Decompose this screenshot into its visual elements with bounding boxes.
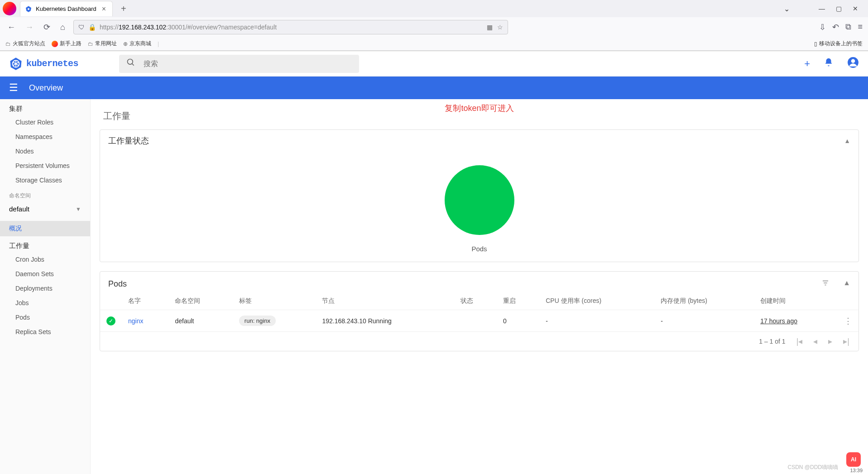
search-icon: [126, 58, 135, 69]
sidebar-section-workloads: 工作量: [0, 236, 90, 252]
sidebar-item-deployments[interactable]: Deployments: [0, 281, 90, 296]
sidebar-item-pods[interactable]: Pods: [0, 310, 90, 325]
firefox-icon[interactable]: [3, 2, 16, 15]
new-tab-button[interactable]: +: [117, 2, 130, 16]
collapse-icon[interactable]: ▲: [843, 279, 850, 289]
sidebar-item-replicasets[interactable]: Replica Sets: [0, 325, 90, 339]
notifications-button[interactable]: [824, 57, 834, 70]
window-controls: ⌄ — ▢ ✕: [784, 5, 865, 13]
table-title: Pods: [108, 279, 127, 289]
cell-node: 192.168.243.10: [322, 317, 366, 325]
create-resource-button[interactable]: +: [804, 58, 810, 70]
mobile-icon: ▯: [814, 41, 817, 47]
shield-icon[interactable]: 🛡: [78, 24, 85, 31]
globe-icon: ⊕: [123, 41, 128, 47]
chevron-down-icon: ▼: [76, 206, 81, 212]
content-area: 集群 Cluster Roles Namespaces Nodes Persis…: [0, 99, 868, 474]
brand-text: kubernetes: [26, 58, 78, 69]
sidebar-item-overview[interactable]: 概况: [0, 221, 90, 236]
table-row[interactable]: ✓ nginx default run: nginx 192.168.243.1…: [100, 310, 858, 332]
extensions-icon[interactable]: ⧉: [845, 22, 851, 32]
card-header: 工作量状态 ▲: [100, 130, 858, 152]
lock-icon[interactable]: 🔒: [88, 24, 96, 31]
status-ok-icon: ✓: [106, 316, 115, 326]
url-actions: ▦ ☆: [487, 24, 503, 31]
tabs-dropdown-icon[interactable]: ⌄: [784, 5, 790, 13]
namespace-selector[interactable]: default ▼: [0, 201, 90, 216]
sidebar-item-namespaces[interactable]: Namespaces: [0, 129, 90, 144]
browser-tab[interactable]: Kubernetes Dashboard ×: [20, 1, 113, 16]
folder-icon: 🗀: [5, 41, 11, 47]
user-menu-button[interactable]: [847, 57, 859, 71]
home-button[interactable]: ⌂: [58, 21, 67, 34]
sidebar-item-storage-classes[interactable]: Storage Classes: [0, 173, 90, 187]
svg-line-12: [132, 64, 134, 66]
back-button[interactable]: ←: [5, 21, 17, 34]
minimize-button[interactable]: —: [819, 5, 825, 12]
row-menu-icon[interactable]: ⋮: [844, 316, 852, 326]
bookmarks-bar: 🗀火狐官方站点 新手上路 🗀常用网址 ⊕京东商城 | ▯移动设备上的书签: [0, 37, 868, 51]
col-name[interactable]: 名字: [122, 292, 168, 310]
url-bar[interactable]: 🛡 🔒 https://192.168.243.102:30001/#/over…: [73, 20, 508, 34]
bookmark-firefox-official[interactable]: 🗀火狐官方站点: [5, 40, 45, 48]
bookmark-getting-started[interactable]: 新手上路: [52, 40, 82, 48]
col-restarts: 重启: [497, 292, 539, 310]
table-header: Pods ▲: [100, 272, 858, 292]
bookmark-mobile[interactable]: ▯移动设备上的书签: [814, 40, 863, 48]
sidebar[interactable]: 集群 Cluster Roles Namespaces Nodes Persis…: [0, 99, 91, 474]
close-window-button[interactable]: ✕: [853, 5, 858, 12]
tab-close-icon[interactable]: ×: [100, 5, 108, 13]
bookmark-jd[interactable]: ⊕京东商城: [123, 40, 151, 48]
undo-nav-icon[interactable]: ↶: [832, 22, 839, 32]
sidebar-item-cronjobs[interactable]: Cron Jobs: [0, 252, 90, 267]
collapse-icon[interactable]: ▲: [844, 137, 850, 144]
kubernetes-logo[interactable]: kubernetes: [9, 57, 78, 71]
kubernetes-wheel-icon: [9, 57, 23, 71]
annotation-text: 复制token即可进入: [445, 103, 513, 114]
svg-point-11: [128, 59, 133, 65]
maximize-button[interactable]: ▢: [836, 5, 842, 12]
app-header: kubernetes +: [0, 51, 868, 77]
page-bar: ☰ Overview: [0, 77, 868, 99]
pagination: 1 – 1 of 1 |◂ ◂ ▸ ▸|: [100, 332, 858, 351]
table-actions: ▲: [821, 279, 850, 289]
ai-badge-icon[interactable]: AI: [846, 452, 861, 467]
menu-button[interactable]: ≡: [858, 22, 863, 32]
reload-button[interactable]: ⟳: [42, 20, 52, 34]
browser-chrome: Kubernetes Dashboard × + ⌄ — ▢ ✕ ← → ⟳ ⌂…: [0, 0, 868, 51]
col-cpu: CPU 使用率 (cores): [539, 292, 654, 310]
sidebar-item-cluster-roles[interactable]: Cluster Roles: [0, 115, 90, 129]
bookmark-star-icon[interactable]: ☆: [497, 24, 503, 31]
first-page-button[interactable]: |◂: [796, 336, 803, 346]
sidebar-item-persistent-volumes[interactable]: Persistent Volumes: [0, 158, 90, 173]
pod-name-link[interactable]: nginx: [128, 317, 143, 325]
sidebar-item-jobs[interactable]: Jobs: [0, 296, 90, 310]
sidebar-item-nodes[interactable]: Nodes: [0, 144, 90, 158]
kubernetes-favicon-icon: [25, 5, 32, 13]
url-text: https://192.168.243.102:30001/#/overview…: [100, 24, 483, 31]
search-input[interactable]: [144, 60, 352, 68]
col-node: 节点: [316, 292, 454, 310]
sidebar-item-daemonsets[interactable]: Daemon Sets: [0, 267, 90, 281]
qr-icon[interactable]: ▦: [487, 24, 493, 31]
tab-bar: Kubernetes Dashboard × + ⌄ — ▢ ✕: [0, 0, 868, 17]
col-memory: 内存使用 (bytes): [654, 292, 754, 310]
sidebar-section-cluster: 集群: [0, 99, 90, 115]
pagination-range: 1 – 1 of 1: [759, 338, 785, 345]
cell-cpu: -: [539, 310, 654, 332]
last-page-button[interactable]: ▸|: [843, 336, 849, 346]
search-box[interactable]: [119, 55, 359, 73]
watermark-text: CSDN @DDD嘀嘀嘀: [787, 464, 838, 471]
right-nav: ⇩ ↶ ⧉ ≡: [819, 22, 863, 32]
chart-area: Pods: [100, 152, 858, 262]
filter-icon[interactable]: [821, 279, 830, 289]
next-page-button[interactable]: ▸: [828, 336, 832, 346]
forward-button[interactable]: →: [24, 21, 35, 34]
save-pocket-icon[interactable]: ⇩: [819, 22, 826, 32]
cell-status: Running: [368, 317, 392, 325]
hamburger-menu-icon[interactable]: ☰: [9, 82, 18, 94]
bookmark-common-sites[interactable]: 🗀常用网址: [88, 40, 117, 48]
svg-point-1: [28, 8, 29, 10]
prev-page-button[interactable]: ◂: [813, 336, 817, 346]
main-content[interactable]: 复制token即可进入 工作量 工作量状态 ▲ Pods Pods ▲: [91, 99, 868, 474]
